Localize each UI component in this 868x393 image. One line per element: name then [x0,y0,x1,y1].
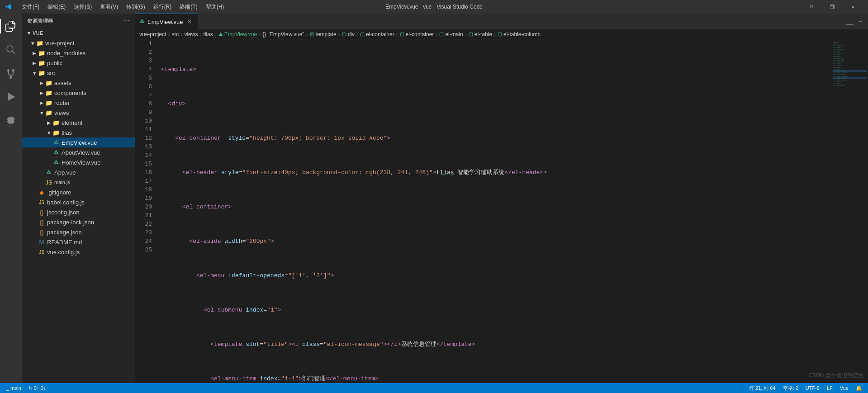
breadcrumb-el-container2[interactable]: el-container [400,31,434,38]
breadcrumb-el-table[interactable]: el-table [469,31,492,38]
tab-close-button[interactable]: ✕ [186,17,193,26]
svg-rect-21 [440,33,444,36]
sidebar-item-vue-project[interactable]: ▾ 📁 vue-project [22,38,135,48]
breadcrumb-el-main[interactable]: el-main [439,31,463,38]
sidebar-item-jsconfig[interactable]: {} jsconfig.json [22,207,135,217]
breadcrumb-empviewstr[interactable]: {} "EmpView.vue" [262,31,304,38]
chevron-right-icon: ► [31,49,38,57]
eol-indicator[interactable]: LF [825,385,834,391]
sidebar-item-src[interactable]: ▾ 📁 src [22,68,135,78]
line-numbers: 1 2 3 4 5 6 7 8 9 10 11 12 13 14 15 16 1… [135,39,157,383]
sidebar-item-label: jsconfig.json [47,209,80,216]
maximize-button[interactable]: □ [801,0,822,14]
line-col-text: 行 21, 列 64 [749,385,776,392]
vue-file-icon [52,139,60,146]
menu-edit[interactable]: 编辑(E) [44,2,69,12]
menu-select[interactable]: 选择(S) [70,2,95,12]
breadcrumb-el-table-column[interactable]: el-table-column [498,31,541,38]
restore-button[interactable] [822,0,843,14]
window-title: EmpView.vue - vue - Visual Studio Code [385,4,483,10]
breadcrumb-empviewvue[interactable]: EmpView.vue [218,31,257,38]
git-branch-icon: ⎯ [6,385,9,391]
sidebar-title: 资源管理器 [27,18,53,24]
breadcrumb-tlias[interactable]: tlias [203,31,213,38]
menu-view[interactable]: 查看(V) [96,2,122,12]
search-icon[interactable] [0,39,22,61]
sidebar-item-mainjs[interactable]: JS main.js [22,177,135,187]
code-content[interactable]: <template> <div> <el-container style="he… [157,39,832,383]
code-editor[interactable]: 1 2 3 4 5 6 7 8 9 10 11 12 13 14 15 16 1… [135,39,868,383]
close-button[interactable]: ✕ [843,0,863,14]
breadcrumb-vueproject[interactable]: vue-project [139,31,166,38]
sidebar-item-package-lock[interactable]: {} package-lock.json [22,217,135,227]
sidebar-item-node-modules[interactable]: ► 📁 node_modules [22,48,135,58]
encoding-indicator[interactable]: UTF-8 [804,385,821,391]
status-left: ⎯ main ↻ 0↑ 0↓ [5,385,47,391]
sidebar-item-label: vue-project [45,40,74,47]
breadcrumb-src[interactable]: src [171,31,179,38]
menu-help[interactable]: 帮助(H) [202,2,228,12]
explorer-icon[interactable] [0,15,22,37]
menu-goto[interactable]: 转到(G) [123,2,148,12]
sidebar-item-appvue[interactable]: App.vue [22,167,135,177]
source-control-icon[interactable] [0,62,22,84]
status-bar: ⎯ main ↻ 0↑ 0↓ 行 21, 列 64 空格: 2 UTF-8 LF… [0,383,868,393]
sidebar-item-empview[interactable]: EmpView.vue [22,137,135,147]
sidebar: 资源管理器 ⋯ ▾ VUE ▾ 📁 vue-project ► 📁 node_m… [22,14,135,383]
extensions-icon[interactable] [0,109,22,131]
split-editor-button[interactable]: ⎯⎯ [844,17,855,26]
sync-indicator[interactable]: ↻ 0↑ 0↓ [27,385,47,391]
chevron-down-icon: ▾ [45,129,52,136]
breadcrumb-template[interactable]: template [310,31,337,38]
vue-file-icon [52,149,60,156]
sidebar-item-label: HomeView.vue [62,159,100,166]
js-file-icon: JS [38,199,45,206]
menu-terminal[interactable]: 终端(T) [176,2,201,12]
sidebar-item-public[interactable]: ► 📁 public [22,58,135,68]
sidebar-item-views[interactable]: ▾ 📁 views [22,108,135,118]
notification-bell[interactable]: 🔔 [854,385,863,391]
sidebar-item-label: main.js [54,180,70,185]
code-line-1: <template> [161,65,832,74]
sidebar-item-assets[interactable]: ► 📁 assets [22,78,135,88]
git-file-icon: ◆ [38,189,45,196]
breadcrumb-views[interactable]: views [184,31,198,38]
vue-file-icon [52,159,60,166]
sidebar-item-babel[interactable]: JS babel.config.js [22,197,135,207]
spaces-indicator[interactable]: 空格: 2 [782,385,800,392]
language-text: Vue [840,385,849,391]
sidebar-item-readme[interactable]: M README.md [22,237,135,247]
sidebar-item-label: views [54,109,69,116]
new-file-button[interactable]: ⋯ [123,17,130,24]
breadcrumb-div[interactable]: div [342,31,355,38]
more-actions-button[interactable]: ⋯ [857,17,864,26]
tab-actions: ⎯⎯ ⋯ [844,14,868,29]
line-col-indicator[interactable]: 行 21, 列 64 [748,385,777,392]
run-debug-icon[interactable] [0,86,22,108]
json-file-icon: {} [38,218,45,226]
menu-file[interactable]: 文件(F) [18,2,43,12]
titlebar-menus: 文件(F) 编辑(E) 选择(S) 查看(V) 转到(G) 运行(R) 终端(T… [18,2,228,12]
sidebar-item-vue-root[interactable]: ▾ VUE [22,28,135,38]
language-indicator[interactable]: Vue [839,385,850,391]
menu-run[interactable]: 运行(R) [150,2,175,12]
folder-icon: 📁 [45,99,52,106]
branch-indicator[interactable]: ⎯ main [5,385,23,391]
sidebar-item-aboutview[interactable]: AboutView.vue [22,147,135,157]
vue-file-icon [45,169,52,176]
breadcrumb-el-container1[interactable]: el-container [360,31,394,38]
sidebar-item-vueconfig[interactable]: JS vue.config.js [22,247,135,257]
sidebar-item-tlias[interactable]: ▾ 📁 tlias [22,128,135,137]
code-line-4: <el-header style="font-size:40px; backgr… [161,168,832,177]
sidebar-item-components[interactable]: ► 📁 components [22,88,135,98]
sidebar-item-router[interactable]: ► 📁 router [22,98,135,108]
svg-rect-22 [469,33,473,36]
sidebar-item-gitignore[interactable]: ◆ .gitignore [22,187,135,197]
window-controls: — □ ✕ [780,0,863,14]
sidebar-item-homeview[interactable]: HomeView.vue [22,157,135,167]
sidebar-item-element[interactable]: ► 📁 element [22,118,135,128]
tab-empview[interactable]: EmpView.vue ✕ [135,14,198,29]
folder-icon: 📁 [38,49,45,57]
minimize-button[interactable]: — [780,0,801,14]
sidebar-item-package[interactable]: {} package.json [22,227,135,237]
